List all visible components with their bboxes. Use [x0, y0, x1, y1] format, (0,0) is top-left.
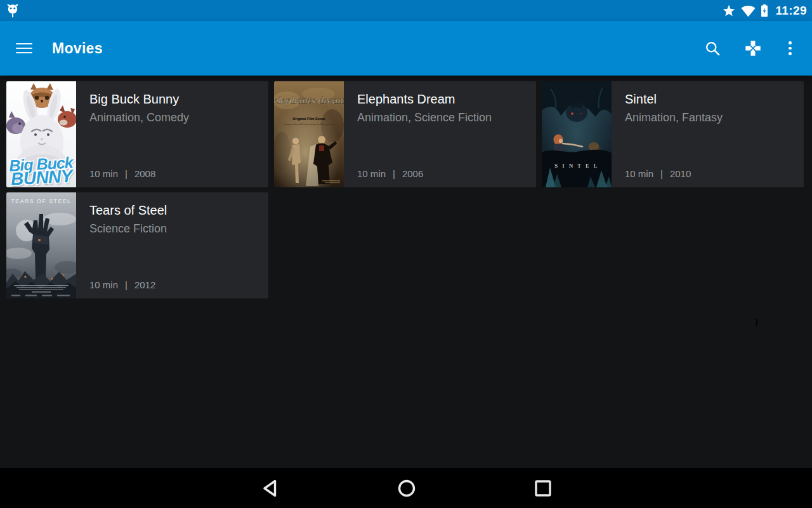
movie-year: 2008	[134, 168, 155, 179]
movie-title: Big Buck Bunny	[89, 91, 259, 107]
recents-icon	[534, 479, 552, 497]
movie-title: Elephants Dream	[357, 91, 527, 107]
movie-meta: 10 min | 2006	[357, 168, 527, 179]
movie-year: 2010	[670, 168, 691, 179]
movie-genres: Animation, Comedy	[89, 111, 259, 124]
hamburger-icon	[16, 43, 32, 45]
status-bar: 11:29	[0, 0, 812, 21]
movie-info: Tears of Steel Science Fiction 10 min | …	[76, 192, 268, 298]
movie-year: 2006	[402, 168, 423, 179]
movie-poster: Big Buck BUNNY	[6, 81, 76, 187]
status-indicators: 11:29	[722, 4, 807, 18]
movie-meta: 10 min | 2010	[625, 168, 795, 179]
battery-charging-icon	[761, 4, 768, 17]
movie-meta: 10 min | 2012	[89, 279, 259, 290]
text-cursor-artifact	[756, 319, 757, 326]
movie-grid: Big Buck BUNNY Big Buck Bunny Animation,…	[6, 81, 804, 298]
movie-title: Tears of Steel	[89, 203, 259, 218]
movie-duration: 10 min	[357, 168, 386, 179]
remote-dpad-button[interactable]	[744, 39, 762, 57]
svg-text:Original Film Score: Original Film Score	[292, 117, 325, 121]
back-icon	[262, 479, 277, 498]
overflow-menu-button[interactable]	[785, 41, 796, 55]
movie-year: 2012	[134, 279, 155, 290]
movie-info: Elephants Dream Animation, Science Ficti…	[344, 81, 536, 187]
wifi-icon	[741, 4, 756, 17]
movie-poster: elephants dream Original Film Score Comp…	[274, 81, 344, 187]
movie-poster: S I N T E L	[542, 81, 612, 187]
movie-duration: 10 min	[89, 279, 118, 290]
home-icon	[397, 479, 416, 498]
movie-genres: Animation, Fantasy	[625, 111, 795, 124]
svg-text:S I N T E L: S I N T E L	[554, 163, 598, 169]
recents-button[interactable]	[523, 468, 563, 508]
search-button[interactable]	[704, 40, 721, 57]
adb-debug-icon	[6, 3, 19, 18]
movie-duration: 10 min	[89, 168, 118, 179]
svg-text:elephants dream: elephants dream	[274, 95, 344, 105]
home-button[interactable]	[386, 468, 427, 508]
movie-meta: 10 min | 2008	[89, 168, 259, 179]
movie-info: Sintel Animation, Fantasy 10 min | 2010	[612, 81, 804, 187]
movie-poster: TEARS OF STEEL	[6, 192, 76, 298]
app-bar-actions	[704, 39, 796, 57]
poster-logo: Big Buck BUNNY	[6, 156, 76, 187]
page-title: Movies	[52, 40, 103, 57]
movie-title: Sintel	[625, 91, 795, 107]
meta-divider: |	[125, 279, 128, 290]
movie-card-big-buck-bunny[interactable]: Big Buck BUNNY Big Buck Bunny Animation,…	[6, 81, 268, 187]
movie-card-tears-of-steel[interactable]: TEARS OF STEEL Tears of Steel Science Fi…	[6, 192, 268, 298]
movie-info: Big Buck Bunny Animation, Comedy 10 min …	[76, 81, 268, 187]
search-icon	[704, 40, 721, 57]
movie-card-elephants-dream[interactable]: elephants dream Original Film Score Comp…	[274, 81, 536, 187]
svg-text:TEARS OF STEEL: TEARS OF STEEL	[11, 198, 72, 204]
movie-duration: 10 min	[625, 168, 653, 179]
movie-genres: Animation, Science Fiction	[357, 111, 527, 124]
svg-text:Composed and Produced by Jan M: Composed and Produced by Jan Morgenstern	[284, 123, 334, 126]
content-area: Big Buck BUNNY Big Buck Bunny Animation,…	[0, 76, 812, 468]
movie-card-sintel[interactable]: S I N T E L Sintel Animation, Fantasy 10…	[542, 81, 804, 187]
back-button[interactable]	[249, 468, 290, 508]
overflow-dot	[789, 41, 792, 44]
navigation-bar	[0, 468, 812, 508]
clock: 11:29	[775, 4, 807, 18]
menu-button[interactable]	[16, 43, 32, 54]
meta-divider: |	[660, 168, 663, 179]
app-bar: Movies	[0, 21, 812, 76]
meta-divider: |	[125, 168, 128, 179]
star-icon	[722, 4, 736, 18]
meta-divider: |	[393, 168, 395, 179]
dpad-icon	[744, 39, 762, 57]
movie-genres: Science Fiction	[89, 222, 259, 236]
